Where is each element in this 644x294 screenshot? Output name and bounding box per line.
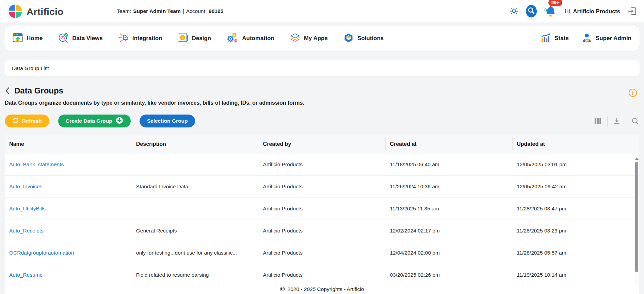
nav-item-solutions[interactable]: Solutions xyxy=(343,33,384,45)
brand-name: Artificio xyxy=(27,6,63,17)
nav-item-integration[interactable]: Integration xyxy=(118,33,162,45)
table-body: Auto_Bank_statements Artificio Products … xyxy=(5,154,639,294)
plus-circle-icon xyxy=(116,117,123,125)
back-chevron-icon[interactable] xyxy=(5,86,11,95)
info-icon[interactable] xyxy=(628,88,637,99)
nav-label: Super Admin xyxy=(596,35,631,42)
data-views-icon xyxy=(58,33,68,45)
datagroup-name-link[interactable]: Auto_Receipts xyxy=(5,228,132,234)
account-label: Account: xyxy=(186,8,207,14)
nav-label: Automation xyxy=(242,35,274,42)
table-search-icon[interactable] xyxy=(631,117,639,125)
refresh-button[interactable]: Refresh xyxy=(5,115,49,127)
datagroup-name-link[interactable]: Auto_UtilityBills xyxy=(5,206,132,212)
notifications-bell-icon[interactable]: 99+ xyxy=(544,6,557,19)
nav-label: Integration xyxy=(132,35,162,42)
copyright-icon: © xyxy=(280,286,285,293)
super-admin-user-icon xyxy=(582,33,592,45)
column-header-created-by: Created by xyxy=(259,141,386,147)
table-header: Name Description Created by Created at U… xyxy=(5,135,639,154)
column-header-name: Name xyxy=(5,141,132,147)
brand-logo[interactable]: Artificio xyxy=(8,4,63,20)
nav-label: Home xyxy=(27,35,43,42)
divider xyxy=(626,116,626,126)
footer-text: 2020 - 2025 Copyrights - Artificio xyxy=(288,286,364,292)
cell-updated-at: 12/05/2025 03:01 pm xyxy=(512,161,639,168)
cell-created-at: 03/20/2025 02:26 pm xyxy=(385,272,512,278)
column-header-created-at: Created at xyxy=(385,141,512,147)
table-row: OCRdatgroupforautomation only for testin… xyxy=(5,242,639,264)
table-row: Auto_UtilityBills Artificio Products 11/… xyxy=(5,198,639,220)
refresh-icon xyxy=(12,117,19,125)
notification-badge: 99+ xyxy=(548,0,562,6)
cell-updated-at: 12/05/2025 09:42 am xyxy=(512,184,639,190)
nav-item-stats[interactable]: Stats xyxy=(541,33,569,45)
home-icon xyxy=(13,33,23,45)
breadcrumb: Data Group List xyxy=(4,60,640,77)
separator: | xyxy=(183,8,184,14)
table-row: Auto_Invoices Standard Invoice Data Arti… xyxy=(5,176,639,198)
datagroup-name-link[interactable]: Auto_Resume xyxy=(5,272,132,278)
nav-item-automation[interactable]: ⚙ ⚙ ⚙ Automation xyxy=(227,33,274,44)
cell-description: only for testing...dont use for any clas… xyxy=(132,250,259,256)
nav-label: Stats xyxy=(554,35,569,42)
cell-updated-at: 11/28/2025 03:47 pm xyxy=(512,206,639,212)
column-header-description: Description xyxy=(132,141,259,147)
nav-item-data-views[interactable]: Data Views xyxy=(58,33,102,45)
column-header-updated-at: Updated at xyxy=(512,141,639,147)
page-description: Data Groups organize documents by type o… xyxy=(5,100,304,106)
artificio-logo-icon xyxy=(8,4,22,20)
datagroup-name-link[interactable]: Auto_Invoices xyxy=(5,184,132,190)
breadcrumb-label: Data Group List xyxy=(12,65,49,71)
nav-label: Design xyxy=(192,35,211,42)
footer: © 2020 - 2025 Copyrights - Artificio xyxy=(5,284,639,294)
design-icon xyxy=(178,33,188,45)
team-label: Team: xyxy=(117,8,131,14)
stats-chart-icon xyxy=(541,33,551,45)
cell-created-at: 12/02/2024 02:17 pm xyxy=(385,228,512,234)
create-data-group-button[interactable]: Create Data Group xyxy=(58,115,131,127)
nav-item-home[interactable]: Home xyxy=(13,33,43,45)
cell-created-by: Artificio Products xyxy=(259,161,386,168)
team-value: Super Admin Team xyxy=(133,8,181,14)
nav-label: Solutions xyxy=(357,35,384,42)
cell-created-by: Artificio Products xyxy=(259,184,386,190)
nav-label: My Apps xyxy=(304,35,328,42)
refresh-label: Refresh xyxy=(22,118,42,124)
scroll-up-arrow[interactable] xyxy=(635,156,639,160)
user-greeting: Hi, Artificio Products xyxy=(565,8,620,15)
columns-icon[interactable] xyxy=(594,117,602,125)
search-icon[interactable] xyxy=(525,4,537,18)
create-label: Create Data Group xyxy=(66,118,112,124)
cell-created-at: 11/18/2025 06:40 am xyxy=(385,161,512,168)
cell-created-by: Artificio Products xyxy=(259,250,386,256)
datagroup-name-link[interactable]: OCRdatgroupforautomation xyxy=(5,250,132,256)
cell-created-at: 11/13/2025 11:35 am xyxy=(385,206,512,212)
nav-item-design[interactable]: Design xyxy=(178,33,211,45)
download-icon[interactable] xyxy=(613,117,621,125)
logout-icon[interactable] xyxy=(627,6,637,16)
page-title: Data Groups xyxy=(14,86,63,96)
solutions-cube-icon xyxy=(343,33,354,45)
datagroup-name-link[interactable]: Auto_Bank_statements xyxy=(5,161,132,168)
cell-description: Standard Invoice Data xyxy=(132,184,259,190)
team-account-info: Team: Super Admin Team | Account: 90105 xyxy=(117,0,223,22)
vertical-scrollbar[interactable] xyxy=(634,154,639,294)
nav-item-my-apps[interactable]: My Apps xyxy=(290,33,328,45)
nav-label: Data Views xyxy=(72,35,102,42)
table-row: Auto_Resume Field related to resume pars… xyxy=(5,264,639,286)
main-navbar: Home Data Views xyxy=(4,26,640,51)
app-header: Artificio Team: Super Admin Team | Accou… xyxy=(0,0,644,22)
scroll-thumb[interactable] xyxy=(635,162,638,272)
greeting-prefix: Hi, xyxy=(565,8,571,14)
cell-description: Field related to resume parsing xyxy=(132,272,259,278)
selection-group-button[interactable]: Selection Group xyxy=(140,115,195,127)
cell-created-at: 12/04/2024 02:00 pm xyxy=(385,250,512,256)
cell-created-by: Artificio Products xyxy=(259,206,386,212)
account-value: 90105 xyxy=(209,8,223,14)
nav-item-super-admin[interactable]: Super Admin xyxy=(582,33,631,45)
table-row: Auto_Bank_statements Artificio Products … xyxy=(5,154,639,176)
theme-sun-icon[interactable] xyxy=(510,7,518,16)
cell-description: General Receipts xyxy=(132,228,259,234)
cell-created-by: Artificio Products xyxy=(259,272,386,278)
